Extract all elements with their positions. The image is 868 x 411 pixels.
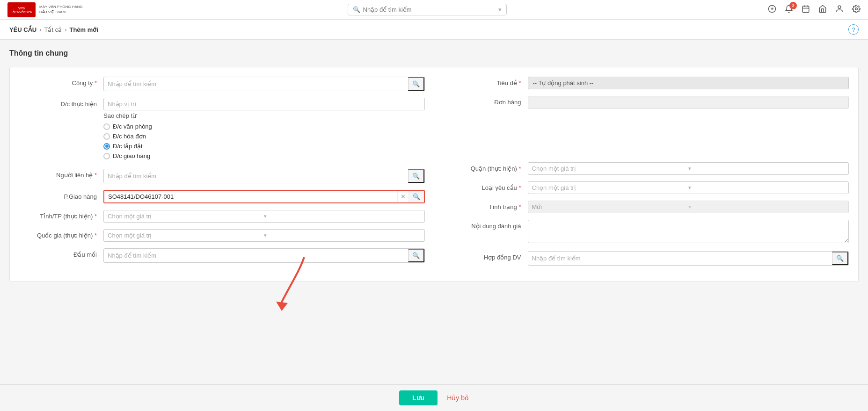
- pgiao-hang-label: P.Giao hàng: [19, 193, 103, 200]
- quan-thuc-hien-placeholder: Chọn một giá trị: [532, 165, 688, 172]
- header-search-dropdown-icon[interactable]: ▾: [498, 6, 502, 13]
- breadcrumb-all[interactable]: Tất cả: [44, 26, 62, 33]
- dc-thuc-hien-field: Sao chép từ Đ/c văn phòng Đ/c hóa đơn: [103, 98, 425, 162]
- svg-point-8: [855, 7, 858, 10]
- header-search-input[interactable]: [363, 6, 496, 13]
- cong-ty-field: 🔍: [103, 77, 425, 91]
- pgiao-hang-row: P.Giao hàng ✕ 🔍: [19, 190, 425, 203]
- dc-thuc-hien-row: Đ/c thực hiện Sao chép từ Đ/c văn phòng: [19, 98, 425, 162]
- tinh-trang-chevron: ▾: [688, 203, 845, 210]
- home-icon[interactable]: [818, 5, 827, 15]
- header-search-icon: 🔍: [353, 6, 360, 13]
- quan-thuc-hien-row: Quận (thực hiện) * Chọn một giá trị ▾: [444, 162, 849, 175]
- nguoi-lien-he-field: 🔍: [103, 169, 425, 183]
- cong-ty-row: Công ty * 🔍: [19, 77, 425, 91]
- svg-marker-9: [276, 302, 288, 311]
- breadcrumb: YÊU CẦU › Tất cả › Thêm mới: [9, 26, 98, 33]
- quoc-gia-row: Quốc gia (thực hiện) * Chọn một giá trị …: [19, 229, 425, 242]
- pgiao-hang-clear-btn[interactable]: ✕: [397, 191, 408, 202]
- hop-dong-dv-search-btn[interactable]: 🔍: [832, 252, 848, 265]
- logo-area: VPSTẬP ĐOÀN VPS MÁY VĂN PHÒNG HÀNG ĐẦU V…: [7, 2, 86, 17]
- pgiao-hang-input[interactable]: [104, 191, 397, 202]
- noi-dung-textarea[interactable]: [528, 220, 849, 243]
- form-right-column: Tiêu đề * -- Tự động phát sinh -- Đơn hà…: [444, 77, 849, 272]
- dau-moi-input-wrap: 🔍: [103, 248, 425, 263]
- address-radio-group: Đ/c văn phòng Đ/c hóa đơn Đ/c lắp đặt: [103, 123, 425, 159]
- quoc-gia-select[interactable]: Chọn một giá trị ▾: [103, 229, 425, 242]
- nguoi-lien-he-input-wrap: 🔍: [103, 169, 425, 183]
- help-icon[interactable]: ?: [848, 24, 859, 35]
- settings-icon[interactable]: [852, 5, 861, 15]
- breadcrumb-bar: YÊU CẦU › Tất cả › Thêm mới ?: [0, 20, 868, 40]
- tinh-tp-label: Tỉnh/TP (thực hiện) *: [19, 210, 103, 220]
- notification-badge: 3: [789, 2, 797, 9]
- loai-yeu-cau-label: Loại yêu cầu *: [444, 181, 528, 191]
- radio-giao-hang[interactable]: Đ/c giao hàng: [103, 152, 425, 159]
- cong-ty-label: Công ty *: [19, 77, 103, 87]
- quoc-gia-chevron: ▾: [264, 232, 420, 238]
- add-icon[interactable]: [768, 5, 776, 15]
- form-container: Công ty * 🔍 Đ/c thực hiện: [9, 67, 859, 282]
- svg-rect-3: [802, 6, 809, 13]
- tinh-tp-row: Tỉnh/TP (thực hiện) * Chọn một giá trị ▾: [19, 210, 425, 223]
- radio-lap-dat[interactable]: Đ/c lắp đặt: [103, 143, 425, 150]
- dc-thuc-hien-label: Đ/c thực hiện: [19, 98, 103, 108]
- radio-van-phong[interactable]: Đ/c văn phòng: [103, 123, 425, 130]
- cong-ty-input[interactable]: [104, 78, 408, 90]
- dc-thuc-hien-input[interactable]: [103, 98, 425, 110]
- hop-dong-dv-input-wrap: 🔍: [528, 251, 849, 266]
- user-icon[interactable]: [835, 5, 844, 15]
- logo-subtitle: MÁY VĂN PHÒNG HÀNG ĐẦU VIỆT NAM: [39, 5, 86, 14]
- tieu-de-row: Tiêu đề * -- Tự động phát sinh --: [444, 77, 849, 89]
- loai-yeu-cau-chevron: ▾: [688, 185, 845, 191]
- pgiao-hang-search-btn[interactable]: 🔍: [408, 191, 424, 202]
- pgiao-hang-input-wrap: ✕ 🔍: [103, 190, 425, 203]
- noi-dung-row: Nội dung đánh giá: [444, 220, 849, 245]
- loai-yeu-cau-select[interactable]: Chọn một giá trị ▾: [528, 181, 849, 194]
- tinh-tp-chevron: ▾: [264, 213, 420, 219]
- logo-icon: VPSTẬP ĐOÀN VPS: [7, 2, 36, 17]
- nguoi-lien-he-search-btn[interactable]: 🔍: [408, 169, 424, 183]
- tieu-de-label: Tiêu đề *: [444, 77, 528, 87]
- don-hang-label: Đơn hàng: [444, 96, 528, 106]
- sao-chep-label: Sao chép từ: [103, 112, 425, 119]
- nguoi-lien-he-input[interactable]: [104, 170, 408, 182]
- notification-icon[interactable]: 3: [785, 5, 793, 15]
- header-search-bar[interactable]: 🔍 ▾: [348, 4, 507, 15]
- quan-thuc-hien-select[interactable]: Chọn một giá trị ▾: [528, 162, 849, 175]
- tinh-trang-value: Mới: [532, 203, 688, 210]
- header-actions: 3: [768, 5, 861, 15]
- calendar-icon[interactable]: [802, 5, 810, 15]
- breadcrumb-root[interactable]: YÊU CẦU: [9, 26, 36, 33]
- tieu-de-field: -- Tự động phát sinh --: [528, 77, 849, 89]
- hop-dong-dv-label: Hợp đồng DV: [444, 251, 528, 261]
- cong-ty-search-btn[interactable]: 🔍: [408, 77, 424, 91]
- tinh-tp-placeholder: Chọn một giá trị: [108, 213, 264, 220]
- pgiao-hang-field: ✕ 🔍: [103, 190, 425, 203]
- dau-moi-search-btn[interactable]: 🔍: [408, 249, 424, 262]
- dau-moi-input[interactable]: [104, 250, 408, 261]
- quoc-gia-label: Quốc gia (thực hiện) *: [19, 229, 103, 239]
- main-content: Thông tin chung Công ty * 🔍: [0, 40, 868, 315]
- nguoi-lien-he-label: Người liên hệ *: [19, 169, 103, 179]
- tieu-de-value: -- Tự động phát sinh --: [528, 77, 849, 89]
- cong-ty-required: *: [95, 79, 97, 87]
- hop-dong-dv-row: Hợp đồng DV 🔍: [444, 251, 849, 266]
- radio-lap-dat-circle: [103, 143, 110, 150]
- hop-dong-dv-field: 🔍: [528, 251, 849, 266]
- breadcrumb-current: Thêm mới: [69, 26, 98, 33]
- radio-giao-hang-circle: [103, 153, 110, 159]
- tinh-trang-label: Tình trạng *: [444, 201, 528, 210]
- tinh-tp-select[interactable]: Chọn một giá trị ▾: [103, 210, 425, 223]
- dau-moi-label: Đầu mối: [19, 248, 103, 258]
- noi-dung-field: [528, 220, 849, 245]
- radio-hoa-don-label: Đ/c hóa đơn: [113, 133, 146, 140]
- cong-ty-input-wrap: 🔍: [103, 77, 425, 91]
- breadcrumb-sep2: ›: [65, 26, 66, 33]
- dau-moi-field: 🔍: [103, 248, 425, 263]
- radio-hoa-don-circle: [103, 133, 110, 140]
- hop-dong-dv-input[interactable]: [528, 252, 832, 264]
- don-hang-value: [528, 96, 849, 109]
- radio-hoa-don[interactable]: Đ/c hóa đơn: [103, 133, 425, 140]
- tinh-tp-field: Chọn một giá trị ▾: [103, 210, 425, 223]
